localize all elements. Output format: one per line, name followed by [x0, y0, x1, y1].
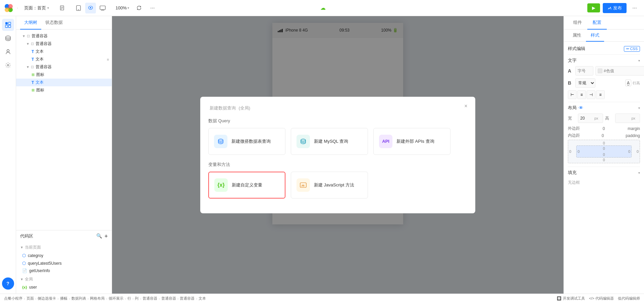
css-btn-label: CSS — [630, 47, 638, 51]
breadcrumb-item-4[interactable]: 数据列表 — [71, 296, 86, 301]
zoom-selector[interactable]: 100% ▾ — [113, 4, 131, 12]
tree-item-container-3[interactable]: ▼ ⊡ 普通容器 — [16, 63, 112, 71]
layout-section[interactable]: 布局 👁 ▾ — [568, 102, 640, 114]
preview-device-btn[interactable] — [85, 3, 96, 13]
add-code-btn[interactable]: + — [105, 233, 108, 239]
bottom-bar-right: 🔲 开发调试工具 </> 代码编辑器 低代码编辑师 — [557, 296, 640, 301]
toolbar-more-btn[interactable]: ··· — [629, 3, 640, 13]
query-icon-1: ⬡ — [22, 253, 26, 258]
mobile-device-btn[interactable] — [73, 3, 84, 13]
method-icon-1: 📄 — [22, 268, 27, 273]
sidebar-icon-users[interactable] — [2, 46, 14, 58]
more-dots-icon: ··· — [150, 5, 155, 11]
padding-left-value: 0 — [578, 149, 580, 154]
breadcrumb-item-10[interactable]: 普通容器 — [161, 296, 176, 301]
breadcrumb-item-0[interactable]: 点餐小程序 — [4, 296, 22, 301]
tree-item-text-1[interactable]: T 文本 — [16, 48, 112, 55]
modal-title-suffix: (全局) — [238, 105, 250, 111]
tab-component[interactable]: 组件 — [568, 16, 587, 30]
style-editor-section: 样式编辑 ✏ CSS — [568, 46, 640, 52]
global-section[interactable]: ▼ 全局 — [20, 276, 108, 282]
logo[interactable] — [4, 3, 13, 13]
code-editor-btn[interactable]: </> 代码编辑器 — [589, 296, 614, 301]
color-input[interactable] — [604, 69, 644, 73]
width-input[interactable] — [580, 116, 594, 121]
breadcrumb-sep-10: › — [177, 297, 179, 301]
code-area-title: 代码区 — [20, 233, 96, 239]
modal-card-custom-var[interactable]: {x} 新建自定义变量 — [208, 172, 285, 199]
tab-state[interactable]: 状态数据 — [41, 16, 67, 30]
svg-point-22 — [218, 139, 223, 141]
breadcrumb-sep-4: › — [88, 297, 89, 301]
tree-item-icon-2[interactable]: ⊞ 图标 — [16, 86, 112, 94]
breadcrumb-sep-11: › — [196, 297, 197, 301]
svg-rect-12 — [100, 6, 105, 9]
breadcrumb-item-11[interactable]: 普通容器 — [180, 296, 195, 301]
preview-btn[interactable]: ▶ — [587, 3, 600, 12]
breadcrumb-item-2[interactable]: 侧边选项卡 — [38, 296, 56, 301]
sidebar-icon-settings[interactable] — [2, 59, 14, 71]
tab-outline[interactable]: 大纲树 — [20, 16, 41, 30]
sidebar-icon-components[interactable] — [2, 19, 14, 31]
css-btn[interactable]: ✏ CSS — [624, 46, 640, 52]
align-left-btn[interactable]: ⊢ — [568, 90, 577, 99]
current-page-section[interactable]: ▼ 当前页面 — [20, 245, 108, 250]
tab-config[interactable]: 配置 — [587, 16, 607, 30]
modal-close-btn[interactable]: × — [462, 102, 470, 110]
debug-tool-btn[interactable]: 🔲 开发调试工具 — [557, 296, 585, 301]
sidebar-icon-datasource[interactable] — [2, 32, 14, 44]
current-page-label: 当前页面 — [25, 245, 41, 250]
breadcrumb-item-9[interactable]: 普通容器 — [143, 296, 157, 301]
breadcrumb-item-7[interactable]: 行 — [127, 296, 131, 301]
api-icon: API — [379, 135, 392, 148]
tree-item-text-2[interactable]: T 文本 ≡ — [16, 55, 112, 63]
modal-card-mysql[interactable]: 新建 MySQL 查询 — [291, 128, 368, 155]
toolbar-doc-icon[interactable] — [57, 3, 68, 13]
code-label-user: user — [29, 285, 37, 290]
sidebar-icon-help[interactable]: ? — [2, 277, 14, 290]
tree-label-7: 文本 — [36, 80, 44, 85]
font-size-input[interactable] — [578, 69, 591, 73]
breadcrumb-sep-1: › — [35, 297, 37, 301]
align-center-btn[interactable]: ≡ — [577, 90, 586, 99]
code-item-user[interactable]: {x} user — [20, 284, 108, 291]
desktop-device-btn[interactable] — [97, 3, 108, 13]
code-item-querylatest[interactable]: ⬡ queryLatest5Users — [20, 259, 108, 267]
breadcrumb-item-3[interactable]: 播幅 — [60, 296, 67, 301]
tab-styles[interactable]: 样式 — [586, 30, 604, 42]
breadcrumb-item-1[interactable]: 页面 — [26, 296, 34, 301]
height-input[interactable] — [618, 116, 631, 121]
breadcrumb-item-8[interactable]: 列 — [135, 296, 139, 301]
tree-item-container-1[interactable]: ▼ ⊡ 普通容器 — [16, 32, 112, 40]
search-icon[interactable]: 🔍 — [96, 233, 102, 239]
code-item-getuserinfo[interactable]: 📄 getUserInfo — [20, 267, 108, 274]
breadcrumb-item-6[interactable]: 循环展示 — [109, 296, 123, 301]
tree-view: ▼ ⊡ 普通容器 ▼ ⊡ 普通容器 T 文本 T 文本 ≡ — [16, 30, 112, 230]
typography-section[interactable]: 文字 ▾ — [568, 54, 640, 66]
color-swatch[interactable] — [598, 69, 602, 73]
publish-btn[interactable]: 发布 — [603, 3, 627, 13]
breadcrumb-item-5[interactable]: 网格布局 — [90, 296, 105, 301]
tree-item-container-2[interactable]: ▼ ⊡ 普通容器 — [16, 40, 112, 48]
modal-card-api[interactable]: API 新建外部 APIs 查询 — [373, 128, 450, 155]
visibility-icon[interactable]: 👁 — [579, 105, 583, 111]
bold-b-label: B — [568, 80, 573, 86]
tree-item-icon-1[interactable]: ⊞ 图标 — [16, 71, 112, 79]
tree-item-text-selected[interactable]: T 文本 — [16, 79, 112, 86]
page-selector[interactable]: 页面：首页 ▾ — [21, 4, 52, 12]
layout-collapse-icon: ▾ — [638, 106, 640, 110]
fill-section[interactable]: 填充 ▾ — [568, 167, 640, 178]
font-weight-select[interactable]: 常规加粗 — [575, 78, 595, 88]
margin-right-value: 0 — [637, 149, 639, 154]
modal-card-wechat-db[interactable]: 新建微搭数据表查询 — [208, 128, 285, 155]
code-item-categroy[interactable]: ⬡ categroy — [20, 252, 108, 259]
modal-card-js-method[interactable]: JS 新建 JavaScript 方法 — [291, 172, 368, 199]
breadcrumb-sep-8: › — [140, 297, 141, 301]
breadcrumb-item-12[interactable]: 文本 — [199, 296, 206, 301]
more-toolbar-btn[interactable]: ··· — [147, 3, 158, 13]
align-justify-btn[interactable]: ≡ — [596, 90, 605, 99]
align-right-btn[interactable]: ⊣ — [587, 90, 595, 99]
refresh-btn[interactable] — [134, 3, 145, 13]
tab-attrs[interactable]: 属性 — [568, 30, 586, 41]
low-code-btn[interactable]: 低代码编辑师 — [618, 296, 640, 301]
